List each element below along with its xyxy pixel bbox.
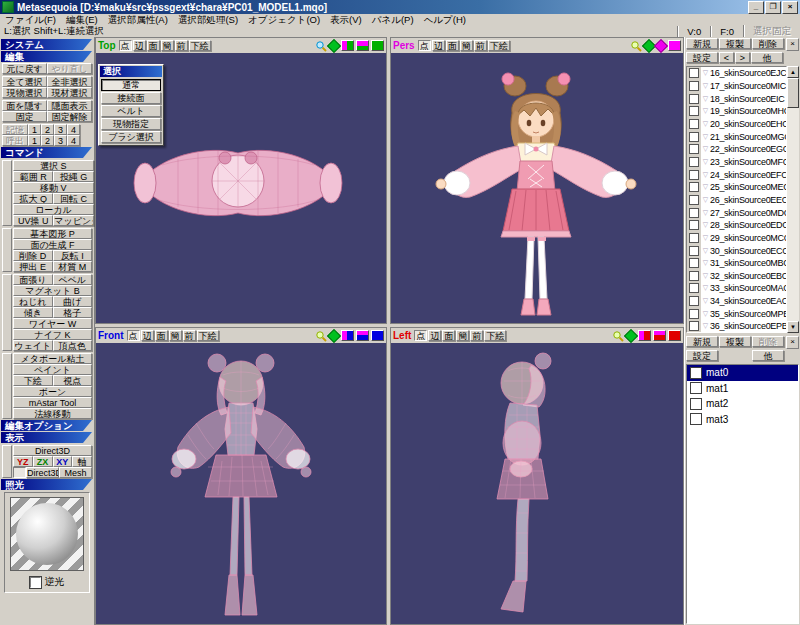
range-tool-button[interactable]: 範囲 R bbox=[13, 171, 53, 182]
view-layout-button-2[interactable] bbox=[356, 40, 369, 51]
view-layout-button-3[interactable] bbox=[371, 40, 384, 51]
selection-mode-by-object[interactable]: 現物指定 bbox=[101, 118, 161, 130]
rotate-view-icon[interactable] bbox=[654, 38, 668, 52]
material-checkbox[interactable] bbox=[690, 382, 702, 394]
taper-button[interactable]: 傾き bbox=[13, 307, 53, 318]
zoom-icon[interactable] bbox=[315, 40, 327, 52]
viewport-display-toggle[interactable]: 前 bbox=[175, 40, 188, 51]
object-marker-icon[interactable]: ▽ bbox=[701, 221, 710, 229]
material-checkbox[interactable] bbox=[690, 398, 702, 410]
metaball-button[interactable]: メタボール粘土 bbox=[13, 353, 92, 364]
selection-mode-brush[interactable]: ブラシ選択 bbox=[101, 131, 161, 143]
object-marker-icon[interactable]: ▽ bbox=[701, 272, 710, 280]
material-duplicate-button[interactable]: 複製 bbox=[719, 336, 751, 347]
primitive-button[interactable]: 基本図形 P bbox=[13, 228, 92, 239]
recall-slot-button[interactable]: 4 bbox=[67, 135, 80, 146]
lasso-tool-button[interactable]: 投縄 G bbox=[53, 171, 93, 182]
zoom-icon[interactable] bbox=[630, 40, 642, 52]
command-group-tab-special[interactable] bbox=[2, 353, 12, 419]
delete-button[interactable]: 削除 D bbox=[13, 250, 53, 261]
object-list-item[interactable]: ▽ 27_skinSource0MDC bbox=[687, 206, 786, 219]
viewport-front-canvas[interactable] bbox=[96, 343, 386, 624]
object-marker-icon[interactable]: ▽ bbox=[701, 107, 710, 115]
selection-popup[interactable]: 選択 通常 接続面 ベルト 現物指定 ブラシ選択 bbox=[98, 64, 164, 146]
panel-header-edit[interactable]: 編集 bbox=[1, 51, 92, 62]
object-visibility-checkbox[interactable] bbox=[689, 81, 699, 91]
viewport-display-toggle[interactable]: 簡 bbox=[161, 40, 174, 51]
viewport-display-toggle[interactable]: 辺 bbox=[133, 40, 146, 51]
viewport-display-toggle[interactable]: 下絵 bbox=[189, 40, 211, 51]
close-button[interactable]: × bbox=[782, 1, 798, 14]
viewpoint-button[interactable]: 視点 bbox=[53, 375, 93, 386]
object-visibility-checkbox[interactable] bbox=[689, 170, 699, 180]
wire-button[interactable]: ワイヤー W bbox=[13, 318, 92, 329]
viewport-display-toggle[interactable]: 下絵 bbox=[197, 330, 219, 341]
rotate-tool-button[interactable]: 回転 C bbox=[53, 193, 93, 204]
title-bar[interactable]: Metasequoia [D:¥maku¥src¥pssgext¥chara¥P… bbox=[0, 0, 800, 14]
object-visibility-checkbox[interactable] bbox=[689, 321, 699, 331]
viewport-display-toggle[interactable]: 面 bbox=[446, 40, 459, 51]
scale-tool-button[interactable]: 拡大 Q bbox=[13, 193, 53, 204]
renderer-button[interactable]: Direct3D bbox=[13, 445, 92, 456]
viewport-display-toggle[interactable]: 辺 bbox=[432, 40, 445, 51]
object-other-button[interactable]: 他 bbox=[751, 52, 783, 63]
view-layout-button-1[interactable] bbox=[341, 330, 354, 341]
viewport-display-toggle[interactable]: 点 bbox=[119, 40, 132, 51]
object-marker-icon[interactable]: ▽ bbox=[701, 82, 710, 90]
object-visibility-checkbox[interactable] bbox=[689, 182, 699, 192]
view-layout-button-1[interactable] bbox=[341, 40, 354, 51]
object-marker-icon[interactable]: ▽ bbox=[701, 133, 710, 141]
panel-header-command[interactable]: コマンド bbox=[1, 147, 92, 158]
material-list-item[interactable]: mat0 bbox=[687, 365, 798, 381]
scroll-down-icon[interactable]: ▼ bbox=[787, 321, 799, 333]
twist-button[interactable]: ねじれ bbox=[13, 296, 53, 307]
object-visibility-checkbox[interactable] bbox=[689, 258, 699, 268]
underlay-button[interactable]: 下絵 bbox=[13, 375, 53, 386]
restore-button[interactable]: ❐ bbox=[765, 1, 781, 14]
object-next-button[interactable]: > bbox=[735, 52, 750, 63]
viewport-display-toggle[interactable]: 点 bbox=[418, 40, 431, 51]
object-marker-icon[interactable]: ▽ bbox=[701, 158, 710, 166]
material-list-item[interactable]: mat3 bbox=[687, 412, 798, 428]
material-settings-button[interactable]: 設定 bbox=[686, 350, 718, 361]
command-group-tab-basic[interactable] bbox=[2, 160, 12, 226]
object-visibility-checkbox[interactable] bbox=[689, 220, 699, 230]
renderer2-button[interactable]: Direct3D bbox=[26, 467, 59, 478]
object-list-item[interactable]: ▽ 19_skinSource0MHC bbox=[687, 105, 786, 118]
pan-view-icon[interactable] bbox=[624, 328, 638, 342]
material-new-button[interactable]: 新規 bbox=[686, 336, 718, 347]
viewport-pers-canvas[interactable] bbox=[391, 53, 683, 323]
show-hidden-button[interactable]: 隠面表示 bbox=[47, 100, 92, 111]
plane-zx-button[interactable]: ZX bbox=[33, 456, 53, 467]
material-list-item[interactable]: mat2 bbox=[687, 396, 798, 412]
viewport-display-toggle[interactable]: 前 bbox=[470, 330, 483, 341]
recall-slot-button[interactable]: 3 bbox=[54, 135, 67, 146]
select-all-button[interactable]: 全て選択 bbox=[2, 76, 47, 87]
object-visibility-checkbox[interactable] bbox=[689, 144, 699, 154]
viewport-display-toggle[interactable]: 面 bbox=[147, 40, 160, 51]
panel-header-system[interactable]: システム bbox=[1, 39, 92, 50]
move-tool-button[interactable]: 移動 V bbox=[13, 182, 94, 193]
object-marker-icon[interactable]: ▽ bbox=[701, 183, 710, 191]
object-marker-icon[interactable]: ▽ bbox=[701, 284, 710, 292]
object-visibility-checkbox[interactable] bbox=[689, 68, 699, 78]
display-group-tab[interactable] bbox=[2, 445, 12, 478]
viewport-display-toggle[interactable]: 点 bbox=[414, 330, 427, 341]
make-face-button[interactable]: 面の生成 F bbox=[13, 239, 92, 250]
object-visibility-checkbox[interactable] bbox=[689, 246, 699, 256]
object-visibility-checkbox[interactable] bbox=[689, 94, 699, 104]
plane-xy-button[interactable]: XY bbox=[53, 456, 73, 467]
viewport-top-canvas[interactable]: 選択 通常 接続面 ベルト 現物指定 ブラシ選択 bbox=[96, 53, 386, 323]
viewport-display-toggle[interactable]: 辺 bbox=[428, 330, 441, 341]
object-visibility-checkbox[interactable] bbox=[689, 208, 699, 218]
object-list-item[interactable]: ▽ 32_skinSource0EBC bbox=[687, 270, 786, 283]
object-list-item[interactable]: ▽ 23_skinSource0MFC bbox=[687, 156, 786, 169]
object-marker-icon[interactable]: ▽ bbox=[701, 310, 710, 318]
lattice-button[interactable]: 格子 bbox=[53, 307, 93, 318]
object-settings-button[interactable]: 設定 bbox=[686, 52, 718, 63]
lock-button[interactable]: 固定 bbox=[2, 111, 47, 122]
object-visibility-checkbox[interactable] bbox=[689, 233, 699, 243]
object-marker-icon[interactable]: ▽ bbox=[701, 209, 710, 217]
deselect-all-button[interactable]: 全非選択 bbox=[47, 76, 92, 87]
viewport-display-toggle[interactable]: 面 bbox=[155, 330, 168, 341]
